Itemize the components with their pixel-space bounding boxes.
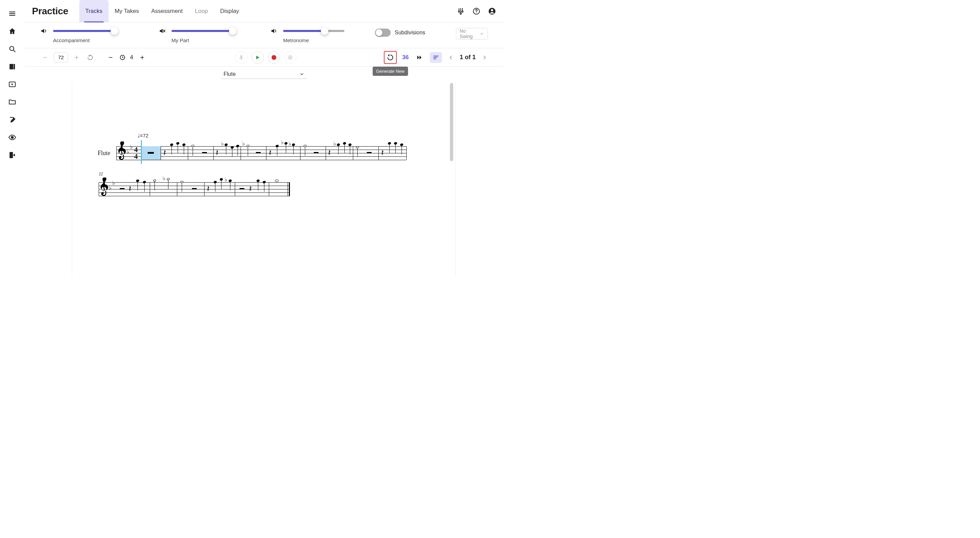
subdivisions-toggle[interactable] [375, 29, 391, 37]
page-indicator: 1 of 1 [460, 54, 476, 61]
toolbar: 4 Generate New 36 1 of 1 [24, 48, 504, 67]
tempo-reset-button[interactable] [85, 52, 95, 63]
svg-rect-19 [43, 57, 47, 58]
tab-tracks[interactable]: Tracks [79, 0, 108, 22]
svg-rect-0 [9, 11, 15, 12]
exit-icon[interactable] [8, 151, 16, 159]
sight-icon[interactable] [8, 133, 16, 141]
svg-point-10 [458, 11, 460, 12]
svg-point-8 [11, 136, 13, 138]
countin-increase-button[interactable] [137, 52, 147, 63]
countin-decrease-button[interactable] [105, 52, 116, 63]
folder-icon[interactable] [8, 98, 16, 106]
part-name: Flute [98, 150, 110, 157]
svg-rect-22 [109, 57, 113, 58]
total-bars[interactable]: 36 [402, 54, 409, 61]
mute-icon[interactable] [159, 27, 166, 35]
tempo-decrease-button[interactable] [40, 52, 50, 63]
accompaniment-label: Accompaniment [40, 37, 115, 43]
subdivisions-label: Subdivisions [395, 30, 425, 36]
layout-button[interactable] [430, 52, 442, 63]
svg-point-3 [10, 47, 14, 51]
mic-button[interactable] [235, 51, 247, 63]
home-icon[interactable] [8, 27, 16, 35]
help-icon[interactable] [472, 7, 480, 15]
tab-my-takes[interactable]: My Takes [108, 0, 145, 22]
clock-icon [119, 54, 126, 61]
treble-clef-icon [117, 141, 126, 165]
compose-icon[interactable] [8, 116, 16, 124]
swing-select[interactable]: No Swing [456, 28, 488, 40]
tab-display[interactable]: Display [214, 0, 245, 22]
mixer-row: Accompaniment My Part Metronome Subdivis… [24, 22, 504, 48]
svg-line-4 [14, 50, 16, 52]
svg-rect-1 [9, 13, 15, 14]
svg-rect-2 [9, 15, 15, 16]
measure-number: 11 [99, 171, 103, 177]
tempo-input[interactable] [54, 52, 68, 63]
prev-page-button[interactable] [447, 54, 454, 61]
generate-new-tooltip: Generate New [372, 67, 408, 76]
forward-button[interactable] [414, 52, 424, 63]
tab-assessment[interactable]: Assessment [145, 0, 189, 22]
svg-rect-5 [10, 64, 13, 69]
svg-point-16 [491, 9, 493, 11]
menu-icon[interactable] [8, 10, 16, 18]
playhead[interactable] [141, 140, 142, 164]
svg-point-28 [290, 56, 291, 58]
tempo-increase-button[interactable] [72, 52, 82, 63]
record-button[interactable] [268, 51, 280, 63]
topbar: Practice Tracks My Takes Assessment Loop… [24, 0, 504, 22]
instrument-select[interactable]: Flute [221, 70, 307, 79]
play-button[interactable] [251, 51, 264, 63]
svg-rect-6 [14, 64, 15, 69]
mypart-label: My Part [159, 37, 233, 43]
svg-point-11 [460, 13, 461, 14]
tempo-mark: ♩=72 [137, 133, 148, 139]
next-page-button[interactable] [481, 54, 488, 61]
svg-rect-9 [10, 152, 13, 158]
svg-point-14 [476, 13, 477, 13]
svg-point-12 [462, 11, 463, 12]
book-icon[interactable] [8, 63, 16, 71]
page-title: Practice [32, 6, 68, 17]
metronome-label: Metronome [270, 37, 344, 43]
generate-new-button[interactable]: Generate New [384, 51, 397, 64]
tuner-icon[interactable] [457, 7, 465, 15]
video-icon[interactable] [8, 80, 16, 89]
timesig-den: 4 [134, 152, 138, 161]
score-page[interactable]: Flute ♩=72 ♭ ♭ 4 4 [72, 82, 455, 276]
tab-loop: Loop [189, 0, 214, 22]
svg-rect-25 [142, 56, 143, 59]
target-button[interactable] [284, 51, 296, 63]
svg-rect-21 [76, 56, 77, 59]
account-icon[interactable] [488, 7, 496, 15]
score-area[interactable]: Flute ♩=72 ♭ ♭ 4 4 [24, 82, 504, 276]
svg-rect-26 [240, 55, 242, 58]
volume-icon[interactable] [40, 27, 48, 35]
scrollbar[interactable] [450, 83, 453, 161]
metronome-slider[interactable] [283, 30, 344, 32]
countin-value: 4 [130, 54, 133, 61]
search-icon[interactable] [8, 45, 16, 53]
volume-icon[interactable] [270, 27, 278, 35]
treble-clef-icon [99, 178, 108, 201]
mypart-slider[interactable] [172, 30, 233, 32]
accompaniment-slider[interactable] [53, 30, 115, 32]
